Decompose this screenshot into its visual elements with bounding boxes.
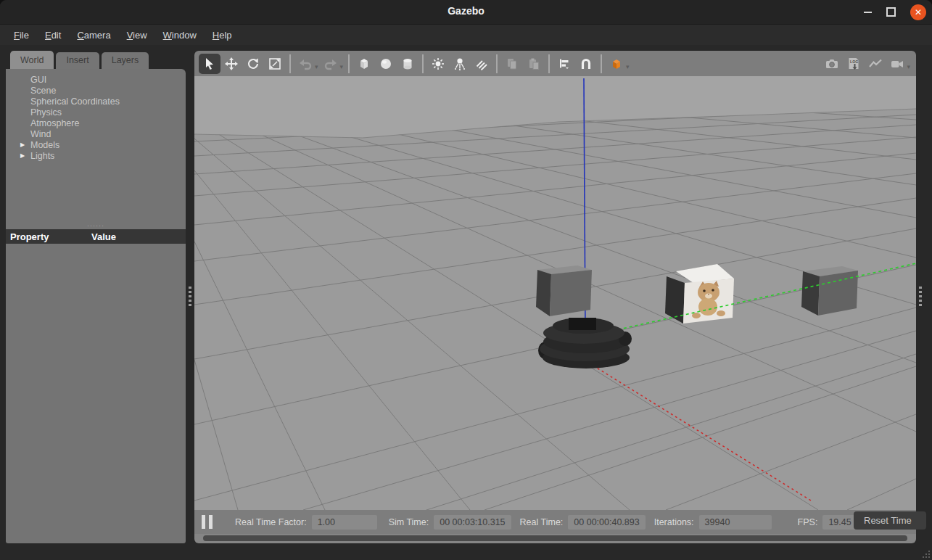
menu-help[interactable]: Help: [206, 27, 239, 44]
tree-item-spherical-coordinates[interactable]: Spherical Coordinates: [6, 96, 186, 107]
insert-sphere-button[interactable]: [375, 54, 397, 74]
menu-file[interactable]: File: [7, 27, 36, 44]
gray-box-right[interactable]: [801, 266, 858, 316]
sim-time-label: Sim Time:: [389, 517, 429, 527]
minimize-button[interactable]: [864, 12, 872, 13]
copy-button[interactable]: [501, 54, 523, 74]
workspace: ▾ ▾: [194, 51, 916, 543]
tab-world[interactable]: World: [10, 51, 54, 69]
close-button[interactable]: ✕: [910, 4, 926, 20]
camera-icon: [825, 57, 839, 70]
render-toolbar: ▾ ▾: [194, 51, 916, 76]
world-panel: World Insert Layers GUI Scene Spherical …: [6, 51, 186, 543]
record-video-caret-icon[interactable]: ▾: [907, 63, 910, 70]
rotate-tool-button[interactable]: [242, 54, 264, 74]
copy-icon: [506, 57, 519, 70]
magnet-icon: [580, 57, 593, 70]
view-angle-caret-icon[interactable]: ▾: [626, 63, 630, 70]
align-icon: [558, 57, 571, 70]
right-splitter[interactable]: [916, 51, 932, 543]
menu-view[interactable]: View: [120, 27, 154, 44]
translate-tool-button[interactable]: [220, 54, 242, 74]
view-angle-cube-icon: [610, 57, 623, 70]
spot-light-button[interactable]: [449, 54, 471, 74]
point-light-button[interactable]: [427, 54, 449, 74]
tree-item-gui[interactable]: GUI: [6, 74, 186, 85]
redo-history-caret-icon[interactable]: ▾: [340, 63, 344, 70]
panel-splitter-handle[interactable]: ······: [6, 223, 186, 228]
menu-window[interactable]: Window: [157, 27, 203, 44]
directional-light-button[interactable]: [471, 54, 492, 74]
simulation-statusbar: Real Time Factor: 1.00 Sim Time: 00 00:0…: [194, 510, 916, 534]
window-title: Gazebo: [0, 5, 932, 17]
gray-box-left[interactable]: [536, 265, 592, 316]
resize-grip-icon[interactable]: [920, 548, 930, 558]
pause-button[interactable]: [202, 515, 220, 529]
real-time-label: Real Time:: [520, 517, 564, 527]
undo-icon: [298, 57, 313, 70]
paste-button[interactable]: [523, 54, 545, 74]
titlebar: Gazebo ✕: [0, 0, 932, 25]
redo-icon: [323, 57, 338, 70]
value-column-header: Value: [91, 231, 116, 242]
iterations-field[interactable]: 39940: [699, 515, 772, 530]
redo-button[interactable]: [320, 54, 342, 74]
scrollbar-thumb[interactable]: [203, 535, 907, 541]
horizontal-scrollbar[interactable]: [194, 534, 916, 543]
directional-light-icon: [475, 57, 488, 70]
plot-button[interactable]: [865, 54, 886, 74]
cursor-arrow-icon: [203, 57, 216, 70]
move-icon: [225, 57, 238, 70]
tree-item-atmosphere[interactable]: Atmosphere: [6, 118, 186, 128]
tree-item-physics[interactable]: Physics: [6, 107, 186, 118]
screenshot-button[interactable]: [821, 54, 843, 74]
menu-bar: File Edit Camera View Window Help: [0, 25, 932, 45]
sphere-icon: [379, 57, 392, 70]
real-time-field[interactable]: 00 00:00:40.893: [568, 515, 645, 530]
snap-tool-button[interactable]: [575, 54, 597, 74]
render-viewport[interactable]: [194, 76, 916, 510]
cylinder-icon: [401, 57, 414, 70]
log-record-button[interactable]: LOG: [843, 54, 865, 74]
view-angle-button[interactable]: [606, 54, 627, 74]
tab-layers[interactable]: Layers: [102, 52, 149, 69]
tab-insert[interactable]: Insert: [56, 52, 99, 69]
undo-button[interactable]: [294, 54, 316, 74]
fps-label: FPS:: [798, 517, 818, 527]
reset-time-button[interactable]: Reset Time: [854, 511, 926, 530]
iterations-label: Iterations:: [654, 517, 694, 527]
tree-item-wind[interactable]: Wind: [6, 128, 186, 139]
undo-history-caret-icon[interactable]: ▾: [315, 63, 318, 70]
gazebo-window: Gazebo ✕ File Edit Camera View Window He…: [0, 0, 932, 560]
property-table-header: Property Value: [6, 229, 186, 244]
scale-tool-button[interactable]: [264, 54, 286, 74]
expand-arrow-icon[interactable]: ▶: [20, 141, 30, 148]
record-video-button[interactable]: [886, 54, 908, 74]
paste-icon: [527, 57, 540, 70]
spot-light-icon: [453, 57, 466, 70]
plot-line-icon: [868, 57, 883, 70]
insert-cylinder-button[interactable]: [397, 54, 418, 74]
tree-item-scene[interactable]: Scene: [6, 85, 186, 96]
select-tool-button[interactable]: [199, 54, 220, 74]
panel-tabs: World Insert Layers: [10, 51, 149, 69]
world-tree-panel: GUI Scene Spherical Coordinates Physics …: [6, 69, 186, 543]
menu-camera[interactable]: Camera: [70, 27, 117, 44]
rtf-field[interactable]: 1.00: [312, 515, 377, 530]
scale-icon: [268, 57, 281, 70]
world-tree: GUI Scene Spherical Coordinates Physics …: [6, 69, 186, 161]
insert-box-button[interactable]: [353, 54, 375, 74]
left-splitter[interactable]: [186, 51, 194, 543]
svg-text:LOG: LOG: [850, 59, 858, 64]
box-icon: [358, 57, 371, 70]
menu-edit[interactable]: Edit: [38, 27, 67, 44]
sim-time-field[interactable]: 00 00:03:10.315: [434, 515, 511, 530]
tree-item-lights[interactable]: ▶Lights: [6, 150, 186, 161]
rotate-icon: [247, 57, 260, 70]
scene-canvas: [194, 76, 916, 510]
log-file-icon: LOG: [846, 57, 861, 71]
expand-arrow-icon[interactable]: ▶: [20, 152, 30, 159]
tree-item-models[interactable]: ▶Models: [6, 139, 186, 150]
maximize-button[interactable]: [886, 7, 896, 17]
align-tool-button[interactable]: [553, 54, 575, 74]
